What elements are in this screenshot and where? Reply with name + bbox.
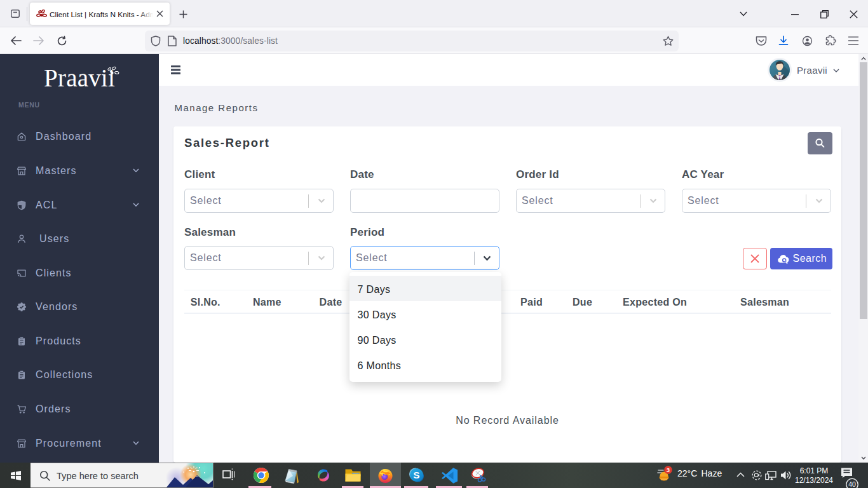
svg-text:40: 40 <box>848 480 856 488</box>
svg-text:3: 3 <box>667 466 670 473</box>
svg-text:S: S <box>413 470 419 480</box>
